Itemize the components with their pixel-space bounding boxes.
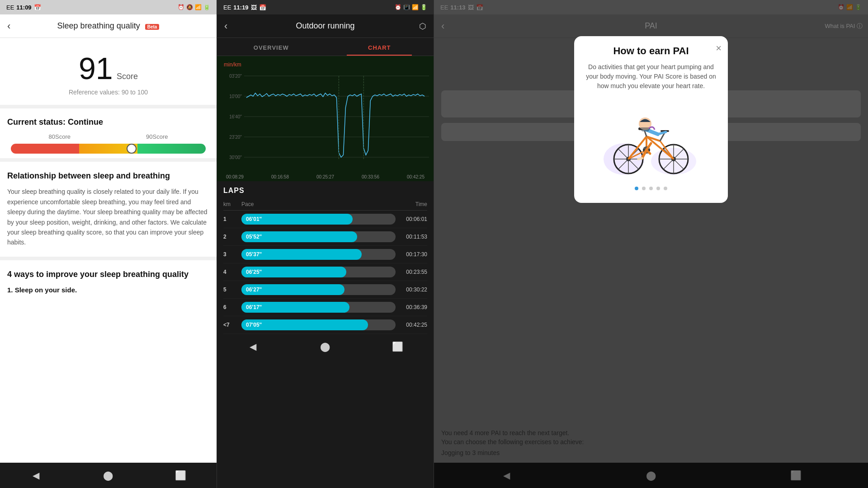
phone2-back-button[interactable]: ‹ bbox=[224, 20, 227, 32]
phone1-ways-section: 4 ways to improve your sleep breathing q… bbox=[0, 260, 217, 303]
phone2-lap-rows: 1 06'01" 00:06:01 2 05'52" 00:11:53 3 05… bbox=[223, 211, 427, 334]
phone1-score-reference: Reference values: 90 to 100 bbox=[7, 89, 209, 96]
lap-pace-7: 07'05" bbox=[246, 322, 262, 328]
phone3-modal-overlay: × How to earn PAI Do activities that get… bbox=[434, 0, 868, 488]
phone1-relationship-title: Relationship between sleep and breathing bbox=[7, 171, 209, 181]
phone3-bike-illustration bbox=[583, 98, 719, 179]
lap-bar-6: 06'17" bbox=[241, 302, 396, 313]
svg-text:30'00": 30'00" bbox=[229, 155, 242, 160]
svg-text:16'40": 16'40" bbox=[229, 114, 242, 119]
phone2-lap-row-5: 5 06'27" 00:30:22 bbox=[223, 281, 427, 299]
phone1-bottom-nav: ◀ ⬤ ⬜ bbox=[0, 463, 217, 488]
phone2-home-btn[interactable]: ⬤ bbox=[314, 341, 336, 352]
phone2-chart-x-labels: 00:08:29 00:16:58 00:25:27 00:33:56 00:4… bbox=[222, 173, 429, 181]
phone1-score-labels: 80Score 90Score bbox=[7, 133, 209, 140]
lap-num-5: 5 bbox=[223, 286, 241, 293]
phone2-recent-btn[interactable]: ⬜ bbox=[386, 341, 409, 352]
svg-text:23'20": 23'20" bbox=[229, 135, 242, 140]
phone1-home-btn[interactable]: ⬤ bbox=[97, 470, 119, 481]
phone2-alarm-icon: ⏰ bbox=[395, 4, 401, 10]
phone3-modal-card: × How to earn PAI Do activities that get… bbox=[574, 36, 728, 203]
phone1-status-section: Current status: Continue 80Score 90Score bbox=[0, 108, 217, 158]
lap-pace-1: 06'01" bbox=[246, 216, 262, 222]
phone3-modal-close-button[interactable]: × bbox=[716, 42, 722, 54]
phone1-divider1 bbox=[0, 105, 217, 108]
phone2-x-label-4: 00:33:56 bbox=[362, 174, 379, 179]
phone3-dot-5[interactable] bbox=[664, 187, 667, 190]
lap-num-1: 1 bbox=[223, 216, 241, 222]
phone1-beta-badge: Beta bbox=[145, 24, 160, 30]
phone2-photo-icon: 🖼 bbox=[251, 4, 257, 11]
phone2-status-bar: EE 11:19 🖼 📅 ⏰ 📳 📶 🔋 bbox=[217, 0, 434, 14]
phone2-x-label-5: 00:42:25 bbox=[407, 174, 425, 179]
phone2-share-button[interactable]: ⬡ bbox=[419, 21, 426, 31]
phone1-calendar-icon: 📅 bbox=[34, 4, 41, 11]
lap-time-1: 00:06:01 bbox=[396, 216, 427, 222]
phone1-battery-icon: 🔋 bbox=[203, 4, 210, 10]
phone1-score-label-left: 80Score bbox=[49, 133, 71, 140]
lap-bar-2: 05'52" bbox=[241, 231, 396, 242]
lap-time-3: 00:17:30 bbox=[396, 251, 427, 258]
lap-pace-2: 05'52" bbox=[246, 234, 262, 240]
phone1-ways-item1: 1. Sleep on your side. bbox=[7, 286, 209, 294]
phone1-divider3 bbox=[0, 257, 217, 260]
phone2-volume-icon: 📳 bbox=[403, 4, 410, 10]
phone1-score-unit: Score bbox=[117, 72, 138, 81]
lap-time-2: 00:11:53 bbox=[396, 234, 427, 240]
phone3-dot-1[interactable] bbox=[635, 187, 638, 190]
phone1-back-nav-btn[interactable]: ◀ bbox=[25, 470, 47, 481]
phone1-score-label-right: 90Score bbox=[146, 133, 168, 140]
phone2-tabs: OVERVIEW CHART bbox=[217, 38, 434, 56]
lap-bar-3: 05'37" bbox=[241, 249, 396, 260]
phone3-dot-4[interactable] bbox=[656, 187, 660, 190]
lap-time-7: 00:42:25 bbox=[396, 322, 427, 328]
lap-pace-4: 06'25" bbox=[246, 269, 262, 275]
phone1-nav-header: ‹ Sleep breathing quality Beta bbox=[0, 14, 217, 38]
phone2-lap-row-3: 3 05'37" 00:17:30 bbox=[223, 246, 427, 263]
phone2-tab-overview-label: OVERVIEW bbox=[254, 44, 289, 51]
phone2-calendar-icon2: 📅 bbox=[259, 4, 266, 11]
phone2-bottom-nav: ◀ ⬤ ⬜ bbox=[217, 334, 434, 359]
lap-time-6: 00:36:39 bbox=[396, 304, 427, 310]
phone3-dot-2[interactable] bbox=[642, 187, 646, 190]
phone1-wifi-icon: 📶 bbox=[195, 4, 202, 10]
phone2-tab-overview[interactable]: OVERVIEW bbox=[217, 38, 326, 56]
lap-pace-6: 06'17" bbox=[246, 304, 262, 310]
phone2-tab-chart[interactable]: CHART bbox=[326, 38, 434, 56]
phone2-chart-y-label: min/km bbox=[222, 61, 429, 68]
phone2-back-nav-btn[interactable]: ◀ bbox=[242, 341, 264, 352]
phone1-status-title: Current status: Continue bbox=[7, 117, 209, 127]
lap-bar-1: 06'01" bbox=[241, 214, 396, 225]
lap-pace-5: 06'27" bbox=[246, 286, 262, 293]
phone1-progress-indicator bbox=[127, 144, 137, 154]
phone2-lap-row-1: 1 06'01" 00:06:01 bbox=[223, 211, 427, 228]
phone1-back-button[interactable]: ‹ bbox=[7, 20, 10, 32]
phone1-progress-bar bbox=[11, 144, 206, 154]
phone2-nav-header: ‹ Outdoor running ⬡ bbox=[217, 14, 434, 38]
phone2-x-label-1: 00:08:29 bbox=[226, 174, 244, 179]
phone1-carrier: EE bbox=[6, 4, 14, 11]
phone2-chart-svg: 03'20" 10'00" 16'40" 23'20" 30'00" bbox=[222, 71, 429, 171]
phone1-alarm-icon: ⏰ bbox=[178, 4, 184, 10]
lap-bar-5: 06'27" bbox=[241, 284, 396, 295]
phone1-scroll-content[interactable]: 91 Score Reference values: 90 to 100 Cur… bbox=[0, 38, 217, 463]
bike-svg bbox=[601, 100, 701, 177]
phone1-nav-title: Sleep breathing quality Beta bbox=[7, 21, 209, 31]
lap-bar-7: 07'05" bbox=[241, 319, 396, 330]
phone2-lap-row-7: <7 07'05" 00:42:25 bbox=[223, 316, 427, 334]
lap-time-5: 00:30:22 bbox=[396, 286, 427, 293]
phone1-time: 11:09 bbox=[16, 4, 31, 11]
phone3-dots-indicator bbox=[583, 187, 719, 190]
svg-text:10'00": 10'00" bbox=[229, 94, 242, 99]
lap-num-3: 3 bbox=[223, 251, 241, 258]
phone3-modal-description: Do activities that get your heart pumpin… bbox=[583, 62, 719, 91]
phone1-divider2 bbox=[0, 158, 217, 162]
phone2-laps-col-km: km bbox=[223, 201, 241, 207]
phone1-recent-btn[interactable]: ⬜ bbox=[169, 470, 192, 481]
phone1-relationship-body: Your sleep breathing quality is closely … bbox=[7, 187, 209, 247]
phone3-dot-3[interactable] bbox=[649, 187, 653, 190]
phone2-tab-chart-label: CHART bbox=[368, 44, 391, 51]
phone1-volume-icon: 🔕 bbox=[186, 4, 193, 10]
phone2-laps-section: LAPS km Pace Time 1 06'01" 00:06:01 2 05… bbox=[217, 181, 434, 334]
lap-num-6: 6 bbox=[223, 304, 241, 310]
